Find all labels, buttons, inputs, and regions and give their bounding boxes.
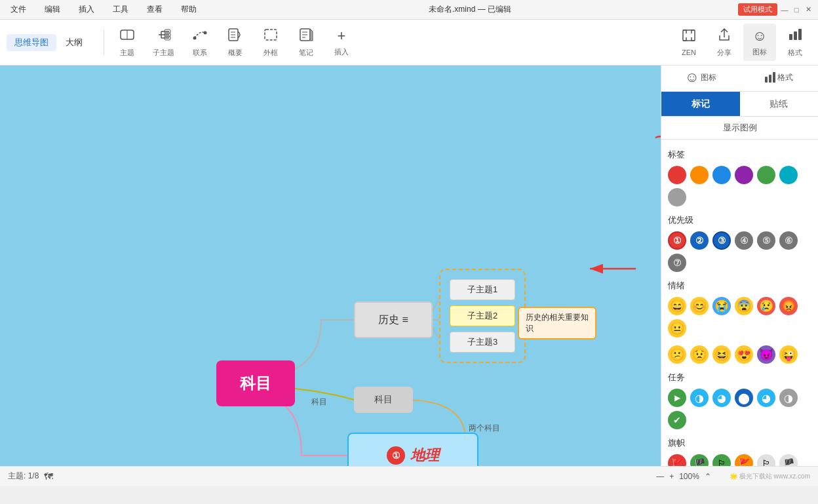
priority-4[interactable]: ④ <box>735 231 753 250</box>
menu-view[interactable]: 查看 <box>142 3 168 16</box>
tab-mindmap[interactable]: 思维导图 <box>7 34 56 51</box>
emotion-row-1: 😄 😊 😭 😨 😢 😡 😐 <box>668 297 811 338</box>
tool-notes-label: 笔记 <box>299 48 313 58</box>
task-1[interactable]: ▶ <box>668 389 686 407</box>
emotion-10[interactable]: 😆 <box>712 345 731 364</box>
tool-subtopic[interactable]: 子主题 <box>146 24 181 62</box>
main-area: 科目 历史 ≡ 科目 子主题1 子主题2 子主题3 历史的相关重要知识 <box>0 66 818 466</box>
node-kemu2[interactable]: 科目 <box>354 387 413 413</box>
task-6[interactable]: ◑ <box>779 389 798 407</box>
zoom-out-button[interactable]: — <box>656 472 664 481</box>
priority-6[interactable]: ⑥ <box>779 231 798 250</box>
subtopics-group: 子主题1 子主题2 子主题3 <box>439 269 526 363</box>
priority-7[interactable]: ⑦ <box>668 254 686 272</box>
tool-relation[interactable]: 联系 <box>184 24 216 62</box>
emotion-12[interactable]: 😈 <box>757 345 775 364</box>
title-bar-right: 试用模式 — □ ✕ <box>738 3 813 16</box>
section-title-flag: 旗帜 <box>668 437 811 449</box>
menu-edit[interactable]: 编辑 <box>39 3 66 16</box>
svg-point-6 <box>204 31 207 34</box>
icon-panel-icon: ☺ <box>752 28 767 45</box>
menu-help[interactable]: 帮助 <box>176 3 202 16</box>
tool-zen-label: ZEN <box>682 48 696 56</box>
show-legend-button[interactable]: 显示图例 <box>661 117 818 140</box>
comment-bubble: 历史的相关重要知识 <box>518 307 596 339</box>
section-title-task: 任务 <box>668 372 811 383</box>
tag-green[interactable] <box>757 166 775 184</box>
priority-row: ① ② ③ ④ ⑤ ⑥ ⑦ <box>668 231 811 272</box>
svg-rect-19 <box>798 29 802 40</box>
node-kemu[interactable]: 科目 <box>216 360 295 406</box>
panel-tab-format[interactable]: 格式 <box>740 66 819 91</box>
tab-outline[interactable]: 大纲 <box>58 34 90 51</box>
task-7[interactable]: ✔ <box>668 411 686 429</box>
tag-orange[interactable] <box>690 166 709 184</box>
emotion-1[interactable]: 😄 <box>668 297 686 315</box>
subtopic-2[interactable]: 子主题2 <box>450 305 515 326</box>
tag-purple[interactable] <box>735 166 753 184</box>
flag-5[interactable]: 🏳 <box>757 454 775 466</box>
canvas[interactable]: 科目 历史 ≡ 科目 子主题1 子主题2 子主题3 历史的相关重要知识 <box>0 66 661 466</box>
task-4[interactable]: ⬤ <box>735 389 753 407</box>
close-button[interactable]: ✕ <box>804 5 813 14</box>
emotion-9[interactable]: 😟 <box>690 345 709 364</box>
flag-1[interactable]: 🚩 <box>668 454 686 466</box>
emotion-2[interactable]: 😊 <box>690 297 709 315</box>
tool-summary[interactable]: 概要 <box>219 24 252 62</box>
svg-point-5 <box>193 36 197 39</box>
comment-text: 历史的相关重要知识 <box>526 313 589 333</box>
panel-tiezhi-tab[interactable]: 贴纸 <box>740 92 819 116</box>
flag-6[interactable]: 🏴 <box>779 454 798 466</box>
task-2[interactable]: ◑ <box>690 389 709 407</box>
emotion-6[interactable]: 😡 <box>779 297 798 315</box>
emotion-4[interactable]: 😨 <box>735 297 753 315</box>
tag-blue[interactable] <box>712 166 731 184</box>
priority-1[interactable]: ① <box>668 231 686 250</box>
emotion-8[interactable]: 😕 <box>668 345 686 364</box>
tool-icon-panel[interactable]: ☺ 图标 <box>743 24 776 61</box>
emotion-11[interactable]: 😍 <box>735 345 753 364</box>
svg-rect-18 <box>794 31 797 40</box>
frame-icon <box>263 28 279 45</box>
flag-2[interactable]: 🏴 <box>690 454 709 466</box>
panel-tab-icon[interactable]: ☺ 图标 <box>661 66 740 91</box>
summary-icon <box>227 28 243 45</box>
emotion-5[interactable]: 😢 <box>757 297 775 315</box>
menu-insert[interactable]: 插入 <box>73 3 100 16</box>
tool-insert-label: 插入 <box>334 47 349 57</box>
zoom-arrow[interactable]: ⌃ <box>705 472 711 481</box>
tool-frame[interactable]: 外框 <box>254 24 287 62</box>
tool-share-label: 分享 <box>717 48 731 58</box>
emotion-7[interactable]: 😐 <box>668 319 686 338</box>
task-5[interactable]: ◕ <box>757 389 775 407</box>
tag-red[interactable] <box>668 166 686 184</box>
maximize-button[interactable]: □ <box>792 5 801 14</box>
tool-zen[interactable]: ZEN <box>672 24 705 60</box>
node-history[interactable]: 历史 ≡ <box>354 301 433 338</box>
emotion-3[interactable]: 😭 <box>712 297 731 315</box>
priority-3[interactable]: ③ <box>712 231 731 250</box>
subtopic-3[interactable]: 子主题3 <box>450 332 515 353</box>
tool-summary-label: 概要 <box>228 48 243 58</box>
task-3[interactable]: ◕ <box>712 389 731 407</box>
priority-2[interactable]: ② <box>690 231 709 250</box>
flag-4[interactable]: 🚩 <box>735 454 753 466</box>
panel-biaoji-tab[interactable]: 标记 <box>661 92 740 116</box>
tool-format[interactable]: 格式 <box>779 24 811 62</box>
minimize-button[interactable]: — <box>780 5 789 14</box>
tool-insert[interactable]: + 插入 <box>325 24 358 61</box>
subtopic-1[interactable]: 子主题1 <box>450 279 515 300</box>
tool-topic[interactable]: 主题 <box>111 24 144 62</box>
zoom-in-button[interactable]: + <box>669 472 674 481</box>
relation-icon <box>192 28 208 45</box>
menu-tools[interactable]: 工具 <box>107 3 134 16</box>
tag-gray[interactable] <box>668 188 686 206</box>
flag-3[interactable]: 🏳 <box>712 454 731 466</box>
menu-file[interactable]: 文件 <box>5 3 31 16</box>
node-dili[interactable]: ① 地理 <box>347 433 478 466</box>
tool-notes[interactable]: 笔记 <box>290 24 322 62</box>
emotion-13[interactable]: 😜 <box>779 345 798 364</box>
tag-teal[interactable] <box>779 166 798 184</box>
tool-share[interactable]: 分享 <box>708 24 741 62</box>
priority-5[interactable]: ⑤ <box>757 231 775 250</box>
